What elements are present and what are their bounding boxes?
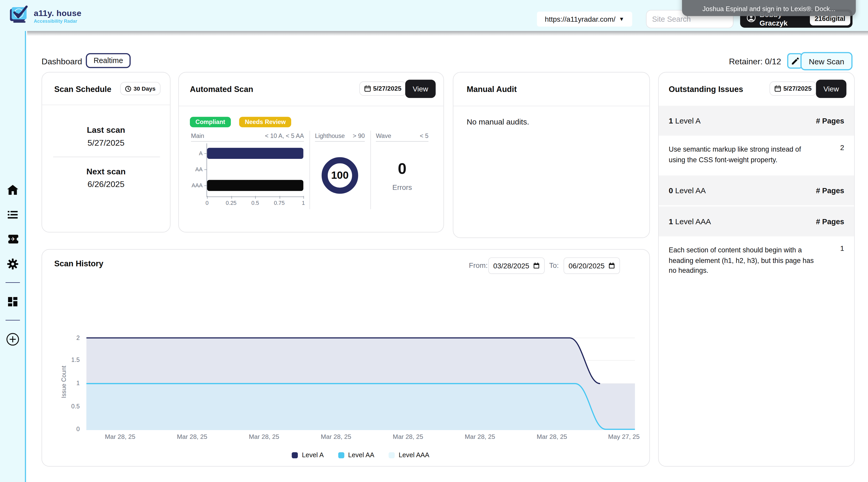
scan-history-title: Scan History xyxy=(54,259,103,268)
y-tick-label: 1 xyxy=(63,380,80,386)
scan-schedule-title: Scan Schedule xyxy=(54,85,111,94)
sidebar-divider xyxy=(5,282,20,283)
bar-xtick-label: 0.5 xyxy=(246,200,265,206)
chart-legend: Level A Level AA Level AAA xyxy=(86,451,635,459)
dashboard-grid-icon[interactable] xyxy=(8,297,17,307)
home-icon[interactable] xyxy=(7,185,18,195)
issue-page-count: 1 xyxy=(840,236,844,252)
divider xyxy=(370,131,371,209)
site-url-dropdown[interactable]: https://a11yradar.com/ ▼ xyxy=(537,12,632,27)
level-a-summary: 1 Level A xyxy=(669,116,816,125)
to-date-input[interactable]: 06/20/2025 xyxy=(563,257,620,274)
needs-review-badge: Needs Review xyxy=(239,117,291,127)
x-tick-label: Mar 28, 25 xyxy=(311,433,361,440)
new-scan-button[interactable]: New Scan xyxy=(801,52,852,70)
level-a-row[interactable]: 1 Level A # Pages xyxy=(659,106,854,136)
clock-icon xyxy=(125,86,131,92)
x-tick-label: Mar 28, 25 xyxy=(167,433,217,440)
bar-A xyxy=(207,148,303,159)
pages-header: # Pages xyxy=(816,186,844,194)
bar-xtick-label: 0 xyxy=(197,200,216,206)
calendar-icon xyxy=(609,262,615,269)
status-badges: Compliant Needs Review xyxy=(190,116,297,127)
svg-text:✈: ✈ xyxy=(10,236,15,242)
bar-xtick-label: 0.75 xyxy=(270,200,289,206)
level-aaa-row[interactable]: 1 Level AAA # Pages xyxy=(659,206,854,236)
lighthouse-score-gauge: 100 xyxy=(322,157,358,194)
page-header-row: Dashboard Realtime Retainer: 0/12 New Sc… xyxy=(27,52,868,70)
x-tick-label: Mar 28, 25 xyxy=(239,433,289,440)
legend-swatch-icon xyxy=(389,452,395,458)
caret-down-icon: ▼ xyxy=(619,16,624,22)
legend-swatch-icon xyxy=(292,452,298,458)
pages-header: # Pages xyxy=(816,117,844,125)
calendar-icon xyxy=(774,85,781,92)
notification-toast[interactable]: Joshua Espinal and sign in to Lexis®. Do… xyxy=(682,0,856,16)
issue-page-count: 2 xyxy=(840,136,844,152)
logo-title: a11y. house xyxy=(34,8,82,18)
issue-row[interactable]: Use semantic markup like strong instead … xyxy=(659,136,854,174)
scan-range-label: 30 Days xyxy=(133,85,156,92)
y-tick-label: 2 xyxy=(63,334,80,341)
bar-xtick-mark xyxy=(255,196,256,199)
outstanding-issues-date-pill[interactable]: 5/27/2025 xyxy=(770,82,817,96)
app-screen: a11y. house Accessibility Radar https://… xyxy=(0,0,868,482)
x-tick-label: Mar 28, 25 xyxy=(95,433,145,440)
screen-viewport: a11y. house Accessibility Radar https://… xyxy=(0,0,868,482)
bar-tick xyxy=(204,186,207,186)
divider xyxy=(53,157,160,157)
level-aa-row[interactable]: 0 Level AA # Pages xyxy=(659,175,854,205)
add-circle-icon[interactable] xyxy=(6,333,19,346)
logo[interactable]: a11y. house Accessibility Radar xyxy=(8,4,82,28)
wave-target: < 5 xyxy=(376,132,429,139)
y-tick-label: 0.5 xyxy=(63,403,80,410)
from-date-value: 03/28/2025 xyxy=(493,261,529,270)
legend-item[interactable]: Level A xyxy=(292,451,324,459)
tab-realtime[interactable]: Realtime xyxy=(86,53,131,68)
outstanding-issues-title: Outstanding Issues xyxy=(669,85,743,94)
legend-item[interactable]: Level AAA xyxy=(389,451,429,459)
pages-header: # Pages xyxy=(816,217,844,225)
scroll-shadow xyxy=(27,31,868,36)
bar-tick xyxy=(204,169,207,170)
legend-item[interactable]: Level AA xyxy=(338,451,374,459)
divider xyxy=(191,141,304,141)
pencil-icon xyxy=(791,57,799,65)
list-icon[interactable] xyxy=(7,211,18,219)
bar-tick xyxy=(204,154,207,154)
lighthouse-score: 100 xyxy=(331,169,349,182)
bar-xtick-label: 0.25 xyxy=(222,200,241,206)
tab-dashboard[interactable]: Dashboard xyxy=(41,57,82,66)
x-tick-label: Mar 28, 25 xyxy=(455,433,505,440)
from-date-input[interactable]: 03/28/2025 xyxy=(488,257,545,274)
manual-audit-empty-text: No manual audits. xyxy=(467,117,529,126)
settings-gear-icon[interactable] xyxy=(7,259,18,270)
bar-AAA xyxy=(207,180,303,191)
outstanding-issues-card: Outstanding Issues 5/27/2025 View 1 Leve… xyxy=(658,72,855,467)
ticket-icon[interactable]: ✈ xyxy=(6,235,19,244)
main-chart-target: < 10 A, < 5 AA xyxy=(191,132,304,139)
outstanding-issues-date: 5/27/2025 xyxy=(783,85,812,92)
automated-scan-date-pill[interactable]: 5/27/2025 xyxy=(359,82,407,96)
level-aaa-summary: 1 Level AAA xyxy=(669,217,816,226)
automated-scan-card: Automated Scan 5/27/2025 View Compliant … xyxy=(178,72,444,232)
wave-error-unit: Errors xyxy=(376,183,429,191)
to-date-value: 06/20/2025 xyxy=(568,261,604,270)
y-tick-label: 0 xyxy=(63,425,80,432)
y-tick-label: 1.5 xyxy=(63,356,80,363)
divider xyxy=(454,106,649,106)
divider xyxy=(315,141,365,141)
to-label: To: xyxy=(549,261,559,269)
automated-scan-view-button[interactable]: View xyxy=(405,80,436,98)
x-tick-label: Mar 28, 25 xyxy=(527,433,577,440)
x-tick-label: May 27, 25 xyxy=(599,433,649,440)
outstanding-issues-view-button[interactable]: View xyxy=(816,80,846,98)
scan-range-pill[interactable]: 30 Days xyxy=(120,82,161,95)
bar-xtick-mark xyxy=(303,196,304,199)
issue-row[interactable]: Each section of content should begin wit… xyxy=(659,236,854,285)
bar-xtick-mark xyxy=(279,196,280,199)
last-scan-date: 5/27/2025 xyxy=(42,138,170,147)
bar-xtick-mark xyxy=(231,196,232,199)
logo-monitor-icon xyxy=(8,4,30,28)
sidebar-divider xyxy=(5,320,20,321)
